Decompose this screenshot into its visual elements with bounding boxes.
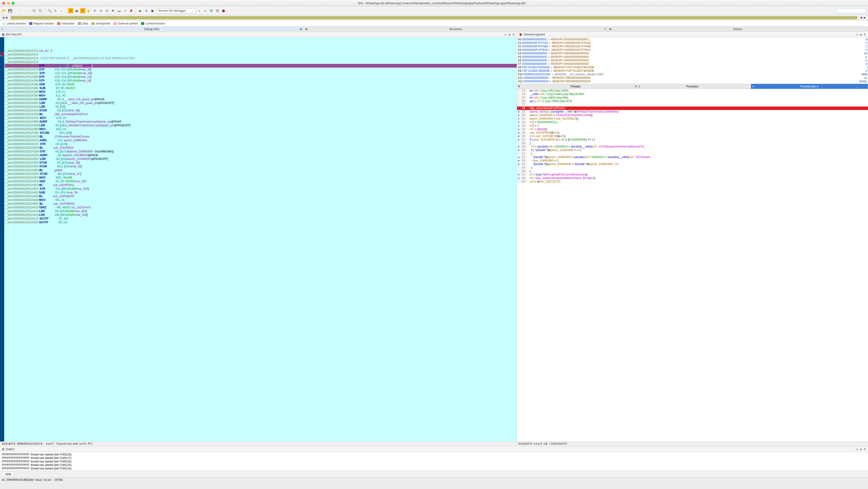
register-row[interactable]: X7 0000000000000000 ↳ MEMORY:00000000000… <box>518 62 867 66</box>
pseudocode-line[interactable]: 38 { <box>517 142 868 145</box>
asm-line[interactable]: __text:000000010251A3E0 STUR D0, [X29,#v… <box>5 161 517 164</box>
register-row[interactable]: X2 000000016F1FFAB8 ↳ MEMORY:000000016F1… <box>518 45 867 48</box>
asm-line[interactable]: __text:000000010251A374 var_s0= 0 <box>5 49 517 53</box>
tab-pseudocode[interactable]: ✕Pseudocode-A <box>751 84 868 89</box>
asm-line[interactable]: __text:000000010251A39C LDR X8, [X8,#___… <box>5 101 517 105</box>
text-view-icon[interactable]: A <box>68 8 73 13</box>
pseudocode-line[interactable]: 46 } <box>517 170 868 173</box>
breakpoint-marker[interactable] <box>1 53 3 56</box>
nav-left-icon[interactable]: ◀ <box>1 16 5 19</box>
asm-line[interactable]: __text:000000010251A3A0 LDR X8, [X8] <box>5 105 517 109</box>
nav-right-icon[interactable]: ▶ <box>5 16 9 19</box>
refresh-icon[interactable]: ↻ <box>53 8 58 13</box>
dock-icon[interactable]: ▭ <box>856 447 859 451</box>
output-view[interactable]: FFFFFFFFFFFFFFFF: thread has started (ti… <box>0 452 868 470</box>
pseudocode-line[interactable]: 44 *(double *)&qword_104663948 = *(doubl… <box>517 162 868 166</box>
close-icon[interactable]: ✕ <box>604 28 606 31</box>
save-icon[interactable]: 💾 <box>7 8 12 13</box>
register-row[interactable]: X10 00000001000C01000 ↳ HEADER:__mh_exec… <box>518 73 867 76</box>
struct-icon[interactable]: ✱ <box>104 8 110 13</box>
asm-line[interactable]: __text:000000010251A384 STP X29, X30, [S… <box>5 79 517 83</box>
asm-line[interactable]: __text:000000010251A3A8 BL _objc_autorel… <box>5 112 517 116</box>
asm-line[interactable]: __text:000000010251A41C SCVTF D1, W8 <box>5 217 517 220</box>
forward-icon[interactable]: → <box>23 8 28 13</box>
dock-icon[interactable]: ▭ <box>504 33 507 36</box>
search-icon[interactable]: 🔍 <box>47 8 52 13</box>
back-icon[interactable]: ← <box>17 8 22 13</box>
register-row[interactable]: X5 0000000000000000 ↳ MEMORY:00000000000… <box>518 55 867 59</box>
asm-line[interactable]: __text:000000010251A3F0 MOV W22, #0x288 <box>5 176 517 180</box>
paste-icon[interactable]: ⿻ <box>38 8 43 13</box>
zoom-window-button[interactable] <box>12 2 14 5</box>
close-icon[interactable]: ✕ <box>863 447 866 451</box>
pseudocode-line[interactable]: 23 int v24; // [xsp+28h] [xbp-2D8h] <box>517 89 868 93</box>
pseudocode-line[interactable]: 31 qword_104663958 = sub_1022E6810(); <box>517 117 868 121</box>
pseudocode-line[interactable]: 29 atomic_store(1u, (unsigned __int8 *)&… <box>517 110 868 114</box>
open-icon[interactable]: 📂 <box>1 8 6 13</box>
step-over-icon[interactable]: ⤼ <box>203 8 208 13</box>
asm-line[interactable]: __text:000000010251A3E8 BL _getpid <box>5 168 517 172</box>
pseudocode-line[interactable]: 34 v27 = getpid(); <box>517 127 868 131</box>
register-row[interactable]: X0 0000000000000001 ↳ MEMORY:00000000000… <box>518 38 867 41</box>
data-icon[interactable]: ✱ <box>98 8 103 13</box>
pseudocode-line[interactable]: 30 qword_104663940 = CFAbsoluteTimeGetCu… <box>517 114 868 117</box>
register-row[interactable]: X12 0000000000000028 ↳ MEMORY:0000000000… <box>518 80 867 83</box>
asm-line[interactable]: __text:000000010251A40C BL sub_102FABD0C <box>5 202 517 206</box>
asm-line[interactable]: __text:000000010251A3D0 BL sub_1022E6810 <box>5 146 517 150</box>
asm-line[interactable]: __text:000000010251A374 ; FUNCTION CHUNK… <box>5 56 517 60</box>
pseudocode-line[interactable]: 25 int v26; // [xsp+2B0h] [xbp-50h] <box>517 96 868 99</box>
asm-line[interactable]: __text:000000010251A420 SCVTF D0, D0 <box>5 220 517 224</box>
breakpoint-list-icon[interactable]: 🞋 <box>209 8 214 13</box>
asm-line[interactable]: __text:000000010251A398 ADRP X8, #___sta… <box>5 97 517 101</box>
asm-line[interactable]: __text:000000010251A400 SUB X0, X29, #-v… <box>5 191 517 194</box>
stop-icon[interactable]: ◼ <box>150 8 155 13</box>
asm-line[interactable]: __text:000000010251A374 <box>5 60 517 64</box>
run-icon[interactable]: ▶ <box>138 8 143 13</box>
disassembly-view[interactable]: X16PC __text:000000010251A374 var_s0= 0_… <box>0 37 517 441</box>
search-input[interactable] <box>836 8 867 13</box>
pseudocode-line[interactable]: 43 byte_104663960 = 1; <box>517 159 868 162</box>
pseudocode-line[interactable]: 33 v26 = 1; <box>517 124 868 127</box>
code-icon[interactable]: ✱ <box>92 8 97 13</box>
close-icon[interactable]: ✕ <box>863 33 866 36</box>
nav-right2-icon[interactable]: ▶ <box>863 16 867 19</box>
pseudocode-line[interactable]: 32 v25 = 0xE00000001LL; <box>517 121 868 124</box>
pseudocode-line[interactable]: 40 if ( *(double *)&qword_104663940 > v4… <box>517 149 868 152</box>
asm-line[interactable]: __text:000000010251A3D8 ADRP X8, #qword_… <box>5 153 517 157</box>
close-icon[interactable]: ✕ <box>1 28 3 31</box>
pseudocode-line[interactable]: 47 v5 = (void *)WALogPathForCurrentExten… <box>517 173 868 177</box>
gdb-button[interactable]: GDB <box>2 472 14 477</box>
pseudocode-line[interactable]: 35 sub_102F8FBA4(&v23); <box>517 131 868 134</box>
mark-icon[interactable]: ◐ <box>86 8 91 13</box>
asm-line[interactable]: __text:000000010251A3FC STR X22, [SP,#0x… <box>5 187 517 191</box>
plus-icon[interactable]: ✚ <box>111 8 116 13</box>
asm-line[interactable]: __text:000000010251A390 MOV X20, X1 <box>5 90 517 94</box>
asm-line[interactable]: __text:000000010251A3B0 ADRP X8, #_WASta… <box>5 120 517 124</box>
step-into-icon[interactable]: ⤵ <box>196 8 202 13</box>
asm-line[interactable]: __text:000000010251A3DC LDR D0, [X8,#qwo… <box>5 157 517 161</box>
pseudocode-line[interactable]: 24 __int64 v25; // [xsp+2A8h] [xbp-58h] … <box>517 93 868 96</box>
asm-line[interactable]: __text:000000010251A374 STP X28, X27, [S… <box>5 64 517 68</box>
hex-view-icon[interactable]: ▦ <box>74 8 79 13</box>
debugger-select[interactable]: Remote iOS debugger⌄ <box>156 8 195 13</box>
minimize-icon[interactable]: ● <box>508 33 510 36</box>
minimize-window-button[interactable] <box>7 2 10 5</box>
graph-view-icon[interactable]: A <box>80 8 85 13</box>
close-icon[interactable]: ✕ <box>512 33 515 36</box>
tab-enums[interactable]: ▣Enums <box>608 27 868 31</box>
asm-line[interactable]: __text:000000010251A414 LDR D0, [SP,#0x3… <box>5 209 517 213</box>
asm-line[interactable]: __text:000000010251A408 MOV W1, #4 <box>5 198 517 202</box>
cancel-icon[interactable]: ✖ <box>129 8 134 13</box>
asm-line[interactable]: __text:000000010251A374 <box>5 53 517 56</box>
tab-threads[interactable]: ✕Threads <box>517 84 634 89</box>
delete-icon[interactable]: ✕ <box>123 8 128 13</box>
pseudocode-line[interactable]: 39 v4 = (double)v24 / 1000000.0 + (doubl… <box>517 145 868 149</box>
asm-line[interactable]: __text:000000010251A3AC MOV X19, X0 <box>5 116 517 120</box>
asm-line[interactable]: __text:000000010251A3A4 STUR X8, [X29,#v… <box>5 109 517 112</box>
asm-line[interactable]: __text:000000010251A3F8 BL sub_102F8FBA4 <box>5 183 517 187</box>
pause-icon[interactable]: ⏸ <box>144 8 149 13</box>
register-row[interactable]: X11 0000000000000000 ↳ MEMORY:0000000000… <box>518 76 867 80</box>
pseudocode-line[interactable]: 26 pid_t v27; // [xsp+2B4h] [xbp-4Ch] <box>517 99 868 103</box>
pseudocode-line[interactable]: 49 v23 = &stru_103C24770; <box>517 180 868 183</box>
asm-line[interactable]: __text:000000010251A3F4 ADD X0, SP, #0x3… <box>5 180 517 183</box>
